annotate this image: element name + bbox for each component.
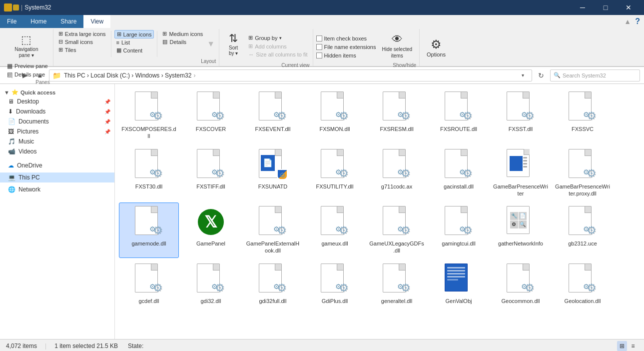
list-item[interactable]: ⚙ ⚙ GdiPlus.dll xyxy=(305,260,365,308)
file-icon: ⚙ ⚙ xyxy=(319,149,351,181)
content-btn[interactable]: ▦ Content xyxy=(114,46,154,54)
sidebar-item-videos[interactable]: 📹 Videos xyxy=(0,146,114,156)
layout-scroll[interactable]: ▼ xyxy=(206,30,216,58)
file-name: Geocommon.dll xyxy=(501,298,540,304)
close-button[interactable]: ✕ xyxy=(617,0,640,15)
list-item[interactable]: ⚙ ⚙ GamePanelExternalHook.dll xyxy=(243,202,303,258)
up-btn[interactable]: ▲ xyxy=(34,70,46,82)
list-view-btn[interactable]: ≡ xyxy=(628,341,638,351)
options-btn[interactable]: ⚙ Options xyxy=(423,32,450,64)
downloads-icon: ⬇ xyxy=(8,108,13,115)
item-checkboxes-toggle[interactable]: Item check boxes xyxy=(316,35,376,42)
list-item[interactable]: ⚙ ⚙ gamingtcui.dll xyxy=(429,202,489,258)
list-item[interactable]: ⚙ ⚙ gdi32full.dll xyxy=(243,260,303,308)
menu-home[interactable]: Home xyxy=(23,15,53,28)
list-item[interactable]: ⚙ ⚙ FXSCOMPOSERES.dll xyxy=(119,88,179,144)
list-item[interactable]: 𝕏 GamePanel xyxy=(181,202,241,258)
extra-large-icons-btn[interactable]: ⊞ Extra large icons xyxy=(56,30,108,38)
sort-by-btn[interactable]: ⇅ Sortby ▾ xyxy=(222,30,244,62)
ribbon-collapse-btn[interactable]: ▲ xyxy=(624,18,631,26)
group-by-btn[interactable]: ⊞ Group by ▾ xyxy=(246,34,309,42)
list-item[interactable]: ⚙ ⚙ FXSST.dll xyxy=(491,88,551,144)
sidebar-item-network[interactable]: 🌐 Network xyxy=(0,184,114,194)
list-item[interactable]: GenValObj xyxy=(429,260,489,308)
list-btn[interactable]: ≡ List xyxy=(114,39,154,46)
forward-btn[interactable]: ▶ xyxy=(19,70,31,82)
maximize-button[interactable]: □ xyxy=(594,0,617,15)
ribbon: ⬚ Navigationpane ▾ ▦ Preview pane ▤ Deta… xyxy=(0,28,644,67)
sidebar-item-downloads[interactable]: ⬇ Downloads 📌 xyxy=(0,106,114,116)
file-name-ext-toggle[interactable]: File name extensions xyxy=(316,44,376,50)
details-label: Details xyxy=(169,39,186,45)
list-item[interactable]: ⚙ ⚙ gb2312.uce xyxy=(553,202,613,258)
hide-selected-btn[interactable]: 👁 Hide selecteditems xyxy=(378,30,416,62)
list-item[interactable]: ⚙ ⚙ gameux.dll xyxy=(305,202,365,258)
md-icon: ⊞ xyxy=(162,30,167,37)
list-item[interactable]: ⚙ ⚙ FXSEVENT.dll xyxy=(243,88,303,144)
menu-view[interactable]: View xyxy=(83,15,110,28)
onedrive-label: OneDrive xyxy=(17,162,42,169)
file-name: FXSUTILITY.dll xyxy=(316,183,354,190)
list-item[interactable]: ⚙ ⚙ FXSSVC xyxy=(553,88,613,144)
group-icon: ⊞ xyxy=(248,34,253,41)
file-area[interactable]: ⚙ ⚙ FXSCOMPOSERES.dll ⚙ ⚙ FXSCOVER ⚙ ⚙ F… xyxy=(115,84,644,339)
list-item[interactable]: ⚙ ⚙ generaltel.dll xyxy=(367,260,427,308)
address-text: This PC › Local Disk (C:) › Windows › Sy… xyxy=(64,72,191,79)
list-item[interactable]: ⚙ ⚙ gcdef.dll xyxy=(119,260,179,308)
sidebar-item-documents[interactable]: 📄 Documents 📌 xyxy=(0,116,114,126)
list-item[interactable]: ⚙ ⚙ g711codc.ax xyxy=(367,146,427,201)
list-item[interactable]: ⚙ ⚙ FXSCOVER xyxy=(181,88,241,144)
list-item[interactable]: ⚙ ⚙ GameUXLegacyGDFs.dll xyxy=(367,202,427,258)
list-item[interactable]: ⚙ ⚙ FXSUTILITY.dll xyxy=(305,146,365,201)
dropdown-btn[interactable]: ▾ xyxy=(517,70,529,82)
sidebar-item-onedrive[interactable]: ☁ OneDrive xyxy=(0,160,114,170)
medium-icons-btn[interactable]: ⊞ Medium icons xyxy=(160,30,205,38)
file-name: FXSCOVER xyxy=(196,126,226,132)
list-item[interactable]: 📄 ⚙ FXSUNATD xyxy=(243,146,303,201)
large-icons-btn[interactable]: ⊞ Large icons xyxy=(114,30,154,38)
list-item[interactable]: 🔧 📄 ⚙ 🔍 gatherNetworkInfo xyxy=(491,202,551,258)
list-item[interactable]: ⚙ ⚙ gdi32.dll xyxy=(181,260,241,308)
pictures-label: Pictures xyxy=(17,128,38,135)
back-btn[interactable]: ◀ xyxy=(4,70,16,82)
list-item[interactable]: ⚙ ⚙ GameBarPresenceWriter.proxy.dll xyxy=(553,146,613,201)
file-icon: ⚙ ⚙ xyxy=(195,149,227,181)
minimize-button[interactable]: ─ xyxy=(571,0,594,15)
tiles-btn[interactable]: ⊞ Tiles xyxy=(56,46,108,54)
refresh-btn[interactable]: ↻ xyxy=(535,70,547,82)
list-item[interactable]: ⚙ ⚙ FXSMON.dll xyxy=(305,88,365,144)
sidebar-item-pictures[interactable]: 🖼 Pictures 📌 xyxy=(0,126,114,136)
hide-selected-label: Hide selecteditems xyxy=(382,46,412,59)
sidebar-item-desktop[interactable]: 🖥 Desktop 📌 xyxy=(0,96,114,106)
list-item[interactable]: ⚙ ⚙ gamemode.dll xyxy=(119,202,179,258)
sidebar-item-music[interactable]: 🎵 Music xyxy=(0,136,114,146)
navigation-pane-btn[interactable]: ⬚ Navigationpane ▾ xyxy=(10,30,42,62)
preview-pane-btn[interactable]: ▦ Preview pane xyxy=(5,62,50,70)
file-icon: ⚙ ⚙ xyxy=(133,92,165,124)
search-box[interactable]: 🔍 Search System32 xyxy=(550,70,640,82)
dll-icon: ⚙ ⚙ xyxy=(259,264,287,296)
pin-icon: 📌 xyxy=(104,99,110,104)
sidebar-item-this-pc[interactable]: 💻 This PC xyxy=(0,172,114,182)
help-button[interactable]: ? xyxy=(635,17,640,26)
list-item[interactable]: ⚙ ⚙ FXST30.dll xyxy=(119,146,179,201)
menu-share[interactable]: Share xyxy=(53,15,83,28)
sidebar: ▼ ⭐ Quick access 🖥 Desktop 📌 ⬇ Downloads… xyxy=(0,84,115,339)
list-item[interactable]: ⚙ ⚙ Geocommon.dll xyxy=(491,260,551,308)
small-icons-btn[interactable]: ⊟ Small icons xyxy=(56,38,108,46)
list-item[interactable]: ⚙ ⚙ Geolocation.dll xyxy=(553,260,613,308)
details-view-btn[interactable]: ▤ Details xyxy=(160,38,205,46)
list-item[interactable]: GameBarPresenceWriter xyxy=(491,146,551,201)
grid-view-btn[interactable]: ⊞ xyxy=(617,341,627,351)
add-columns-btn[interactable]: ⊞ Add columns xyxy=(246,42,309,50)
size-all-btn[interactable]: ↔ Size all columns to fit xyxy=(246,51,309,58)
list-item[interactable]: ⚙ ⚙ FXSROUTE.dll xyxy=(429,88,489,144)
list-item[interactable]: ⚙ ⚙ FXSRESM.dll xyxy=(367,88,427,144)
list-item[interactable]: ⚙ ⚙ FXSTIFF.dll xyxy=(181,146,241,201)
quick-access-section[interactable]: ▼ ⭐ Quick access xyxy=(0,86,114,96)
address-path[interactable]: 📁 This PC › Local Disk (C:) › Windows › … xyxy=(49,70,532,82)
dll-shield-icon: 📄 ⚙ xyxy=(259,149,287,181)
list-item[interactable]: ⚙ ⚙ gacinstall.dll xyxy=(429,146,489,201)
menu-file[interactable]: File xyxy=(0,15,23,28)
hidden-items-toggle[interactable]: Hidden items xyxy=(316,52,376,59)
